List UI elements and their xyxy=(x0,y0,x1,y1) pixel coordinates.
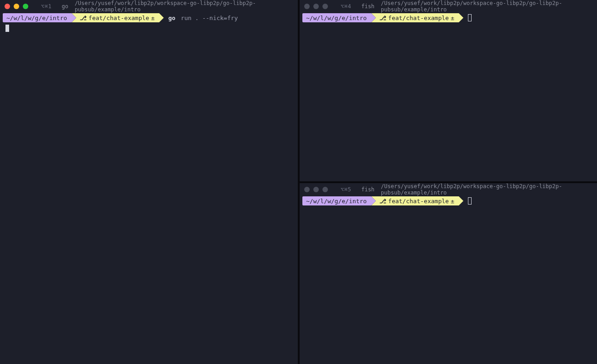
prompt-branch: feat/chat-example xyxy=(388,198,449,205)
outline-cursor-icon xyxy=(468,14,472,21)
git-branch-icon: ⎇ xyxy=(379,198,386,205)
title-path: /Users/yusef/work/libp2p/workspace-go-li… xyxy=(75,0,293,13)
prompt-line[interactable]: ~/w/l/w/g/e/intro ⎇ feat/chat-example ± xyxy=(300,13,597,23)
terminal-pane-1[interactable]: ⌥⌘1 go /Users/yusef/work/libp2p/workspac… xyxy=(0,0,298,364)
command-input[interactable]: go run . --nick=fry xyxy=(168,15,238,21)
shell-name: fish xyxy=(361,3,374,10)
chevron-right-icon xyxy=(72,13,76,22)
close-icon[interactable] xyxy=(304,187,310,192)
prompt-cwd-segment: ~/w/l/w/g/e/intro xyxy=(3,13,72,22)
traffic-lights xyxy=(304,187,328,192)
minimize-icon[interactable] xyxy=(313,187,319,192)
title-bar: ⌥⌘5 fish /Users/yusef/work/libp2p/worksp… xyxy=(300,183,597,196)
traffic-lights xyxy=(5,4,28,9)
prompt-branch-segment: ⎇ feat/chat-example ± xyxy=(76,13,159,22)
terminal-pane-3[interactable]: ⌥⌘5 fish /Users/yusef/work/libp2p/worksp… xyxy=(298,181,597,364)
minimize-icon[interactable] xyxy=(313,4,319,9)
prompt-cwd: ~/w/l/w/g/e/intro xyxy=(6,15,67,21)
prompt-branch: feat/chat-example xyxy=(88,15,149,21)
title-bar: ⌥⌘4 fish /Users/yusef/work/libp2p/worksp… xyxy=(300,0,597,13)
shell-name: go xyxy=(62,3,68,10)
prompt-line[interactable]: ~/w/l/w/g/e/intro ⎇ feat/chat-example ± … xyxy=(0,13,298,23)
prompt-branch-segment: ⎇ feat/chat-example ± xyxy=(376,13,459,22)
command-args: run . --nick=fry xyxy=(181,15,238,21)
block-cursor-icon xyxy=(5,25,9,32)
pane-shortcut: ⌥⌘1 xyxy=(41,3,52,10)
chevron-right-icon xyxy=(371,13,376,22)
git-branch-icon: ⎇ xyxy=(80,15,87,21)
outline-cursor-icon xyxy=(468,197,472,205)
prompt-branch: feat/chat-example xyxy=(388,15,449,21)
minimize-icon[interactable] xyxy=(14,4,19,9)
git-branch-icon: ⎇ xyxy=(379,15,386,21)
chevron-right-icon xyxy=(459,13,463,22)
prompt-cwd-segment: ~/w/l/w/g/e/intro xyxy=(302,13,371,22)
prompt-dirty: ± xyxy=(151,15,155,21)
maximize-icon[interactable] xyxy=(23,4,28,9)
title-bar: ⌥⌘1 go /Users/yusef/work/libp2p/workspac… xyxy=(0,0,298,13)
title-path: /Users/yusef/work/libp2p/workspace-go-li… xyxy=(381,183,592,196)
pane-shortcut: ⌥⌘5 xyxy=(341,186,351,193)
chevron-right-icon xyxy=(371,196,376,205)
prompt-cwd: ~/w/l/w/g/e/intro xyxy=(306,15,367,21)
traffic-lights xyxy=(304,4,328,9)
chevron-right-icon xyxy=(159,13,164,22)
prompt-dirty: ± xyxy=(451,198,454,205)
shell-name: fish xyxy=(361,186,374,193)
close-icon[interactable] xyxy=(5,4,10,9)
prompt-cwd-segment: ~/w/l/w/g/e/intro xyxy=(302,196,371,205)
command-bin: go xyxy=(168,15,176,21)
chevron-right-icon xyxy=(459,196,463,205)
title-path: /Users/yusef/work/libp2p/workspace-go-li… xyxy=(381,0,592,13)
prompt-branch-segment: ⎇ feat/chat-example ± xyxy=(376,196,459,205)
prompt-line[interactable]: ~/w/l/w/g/e/intro ⎇ feat/chat-example ± xyxy=(300,196,597,206)
pane-shortcut: ⌥⌘4 xyxy=(341,3,351,10)
prompt-dirty: ± xyxy=(451,15,454,21)
close-icon[interactable] xyxy=(304,4,310,9)
prompt-cwd: ~/w/l/w/g/e/intro xyxy=(306,198,367,205)
terminal-pane-2[interactable]: ⌥⌘4 fish /Users/yusef/work/libp2p/worksp… xyxy=(298,0,597,181)
maximize-icon[interactable] xyxy=(322,4,328,9)
maximize-icon[interactable] xyxy=(322,187,328,192)
